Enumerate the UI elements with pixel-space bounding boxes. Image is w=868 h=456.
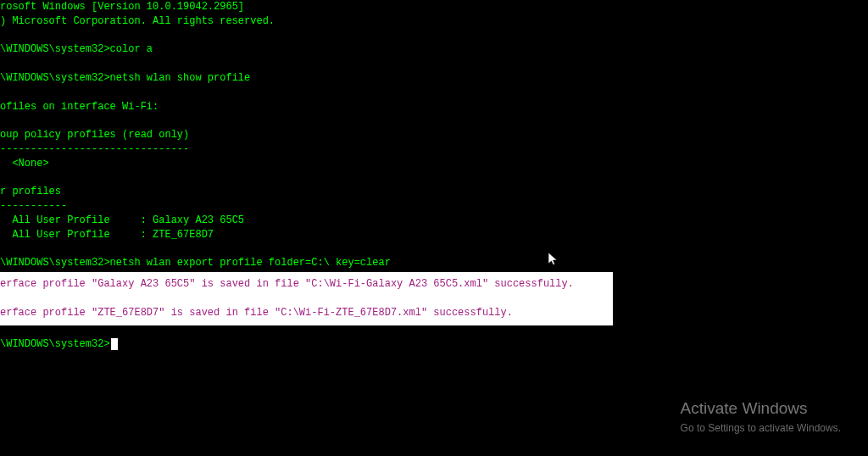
current-prompt[interactable]: \WINDOWS\system32> — [0, 337, 868, 352]
copyright-line: ) Microsoft Corporation. All rights rese… — [0, 14, 868, 29]
export-result-line: erface profile "Galaxy A23 65C5" is save… — [0, 277, 613, 292]
watermark-subtitle: Go to Settings to activate Windows. — [681, 421, 841, 436]
command-prompt-terminal[interactable]: rosoft Windows [Version 10.0.19042.2965]… — [0, 0, 868, 351]
blank-line — [0, 86, 868, 100]
group-policy-header: oup policy profiles (read only) — [0, 128, 868, 142]
command-line-show-profile: \WINDOWS\system32>netsh wlan show profil… — [0, 71, 868, 86]
text-cursor — [111, 338, 118, 350]
profile-line: All User Profile : Galaxy A23 65C5 — [0, 214, 868, 228]
highlighted-output: erface profile "Galaxy A23 65C5" is save… — [0, 272, 613, 325]
none-line: <None> — [0, 157, 868, 171]
prompt-text: \WINDOWS\system32> — [0, 338, 110, 350]
divider-line: ------------------------------- — [0, 142, 868, 157]
user-profiles-header: r profiles — [0, 185, 868, 199]
blank-line — [0, 29, 868, 43]
activate-windows-watermark: Activate Windows Go to Settings to activ… — [681, 398, 841, 436]
export-result-line: erface profile "ZTE_67E8D7" is saved in … — [0, 306, 613, 320]
blank-line — [0, 114, 868, 128]
watermark-title: Activate Windows — [681, 398, 841, 420]
version-line: rosoft Windows [Version 10.0.19042.2965] — [0, 0, 868, 14]
blank-line — [0, 171, 868, 186]
command-line-color: \WINDOWS\system32>color a — [0, 42, 868, 57]
profiles-header: ofiles on interface Wi-Fi: — [0, 100, 868, 114]
command-line-export: \WINDOWS\system32>netsh wlan export prof… — [0, 256, 868, 270]
profile-line: All User Profile : ZTE_67E8D7 — [0, 228, 868, 242]
divider-line: ----------- — [0, 199, 868, 214]
blank-line — [0, 57, 868, 71]
blank-line — [0, 242, 868, 257]
blank-line — [0, 292, 613, 306]
